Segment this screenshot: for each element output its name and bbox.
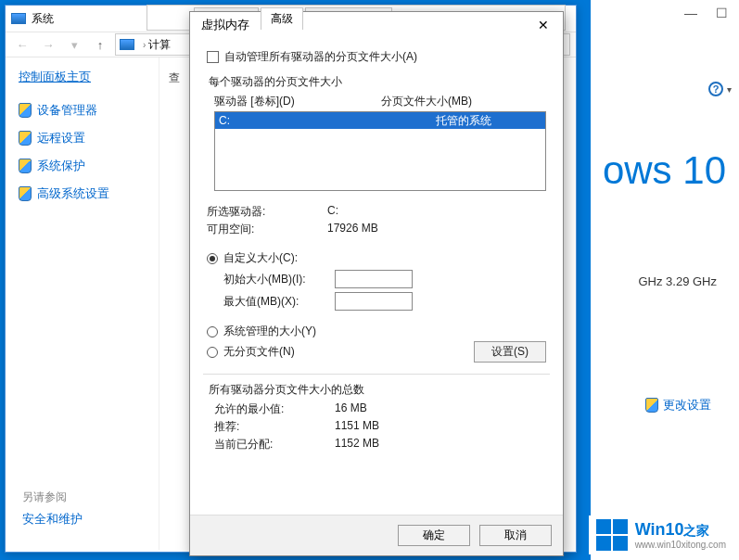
sidebar-item-label: 高级系统设置 xyxy=(37,185,109,202)
security-maintenance-link[interactable]: 安全和维护 xyxy=(22,511,83,528)
min-allowed-label: 允许的最小值: xyxy=(214,401,335,417)
free-space-label: 可用空间: xyxy=(207,222,327,237)
cpu-speed-value: GHz 3.29 GHz xyxy=(638,274,717,288)
window-title: 系统 xyxy=(32,11,54,27)
recommended-value: 1151 MB xyxy=(335,419,379,435)
auto-manage-label: 自动管理所有驱动器的分页文件大小(A) xyxy=(224,49,417,65)
shield-icon xyxy=(645,398,658,413)
cancel-button[interactable]: 取消 xyxy=(479,525,552,546)
column-drive: 驱动器 [卷标](D) xyxy=(214,94,381,109)
sidebar-item-remote-settings[interactable]: 远程设置 xyxy=(19,130,146,146)
nav-back-button[interactable]: ← xyxy=(11,34,33,55)
selected-drive-value: C: xyxy=(327,204,338,220)
max-size-label: 最大值(MB)(X): xyxy=(223,294,335,310)
windows-logo-icon xyxy=(596,519,628,551)
radio-no-paging[interactable] xyxy=(207,347,218,358)
chevron-down-icon[interactable]: ▾ xyxy=(63,34,85,55)
initial-size-label: 初始大小(MB)(I): xyxy=(223,272,335,287)
sidebar-item-system-protection[interactable]: 系统保护 xyxy=(19,158,146,174)
min-allowed-value: 16 MB xyxy=(335,401,367,417)
column-size: 分页文件大小(MB) xyxy=(381,94,546,109)
selected-drive-label: 所选驱动器: xyxy=(207,204,327,220)
free-space-value: 17926 MB xyxy=(327,222,378,237)
windows10-brand: ows 10 xyxy=(603,148,726,193)
virtual-memory-dialog: 虚拟内存 ✕ 自动管理所有驱动器的分页文件大小(A) 每个驱动器的分页文件大小 … xyxy=(189,11,564,556)
sidebar-item-label: 远程设置 xyxy=(37,130,85,146)
size-cell: 托管的系统 xyxy=(382,113,545,129)
chevron-right-icon: › xyxy=(143,40,146,50)
ok-button[interactable]: 确定 xyxy=(398,525,470,546)
nav-forward-button[interactable]: → xyxy=(37,34,59,55)
sidebar: 控制面板主页 设备管理器 远程设置 系统保护 高级系统设置 xyxy=(6,57,159,550)
set-button[interactable]: 设置(S) xyxy=(474,341,546,363)
minimize-button[interactable]: — xyxy=(684,6,697,20)
help-icon[interactable]: ? xyxy=(708,82,723,96)
drive-listbox[interactable]: C: 托管的系统 xyxy=(214,111,546,191)
initial-size-input[interactable] xyxy=(335,270,413,288)
maximize-button[interactable]: ☐ xyxy=(716,6,728,20)
watermark: Win10之家 www.win10xitong.com xyxy=(589,515,733,554)
radio-custom-size[interactable] xyxy=(207,253,218,264)
watermark-url: www.win10xitong.com xyxy=(635,540,726,550)
radio-system-label: 系统管理的大小(Y) xyxy=(223,324,316,339)
current-allocated-label: 当前已分配: xyxy=(214,437,335,452)
sidebar-item-device-manager[interactable]: 设备管理器 xyxy=(19,102,146,119)
per-drive-label: 每个驱动器的分页文件大小 xyxy=(209,74,546,90)
change-settings-link[interactable]: 更改设置 xyxy=(645,397,711,414)
watermark-brand: Win10 xyxy=(635,520,684,539)
close-button[interactable]: ✕ xyxy=(531,16,555,34)
drive-row-selected[interactable]: C: 托管的系统 xyxy=(215,112,545,129)
drive-cell: C: xyxy=(219,114,382,127)
sidebar-item-label: 系统保护 xyxy=(37,158,85,174)
shield-icon xyxy=(19,159,32,173)
shield-icon xyxy=(19,186,32,201)
pc-icon xyxy=(120,39,134,50)
watermark-zh: 之家 xyxy=(683,523,709,538)
auto-manage-checkbox[interactable] xyxy=(207,51,219,63)
current-allocated-value: 1152 MB xyxy=(335,437,379,452)
breadcrumb[interactable]: 计算 xyxy=(148,37,171,53)
chevron-down-icon[interactable]: ▾ xyxy=(727,84,732,95)
radio-none-label: 无分页文件(N) xyxy=(223,344,295,360)
see-also-header: 另请参阅 xyxy=(22,490,67,503)
max-size-input[interactable] xyxy=(335,292,413,311)
nav-up-button[interactable]: ↑ xyxy=(89,34,111,55)
sidebar-item-label: 设备管理器 xyxy=(37,102,97,119)
sidebar-item-advanced-settings[interactable]: 高级系统设置 xyxy=(19,185,146,202)
control-panel-home-link[interactable]: 控制面板主页 xyxy=(19,69,146,85)
shield-icon xyxy=(19,131,32,146)
shield-icon xyxy=(19,103,32,118)
dialog-title: 虚拟内存 xyxy=(201,17,249,33)
tab-advanced[interactable]: 高级 xyxy=(261,7,303,30)
radio-custom-label: 自定义大小(C): xyxy=(223,250,298,266)
change-settings-label: 更改设置 xyxy=(663,397,711,414)
totals-header: 所有驱动器分页文件大小的总数 xyxy=(209,382,546,398)
pc-icon xyxy=(11,13,26,24)
radio-system-managed[interactable] xyxy=(207,326,218,337)
recommended-label: 推荐: xyxy=(214,419,335,435)
